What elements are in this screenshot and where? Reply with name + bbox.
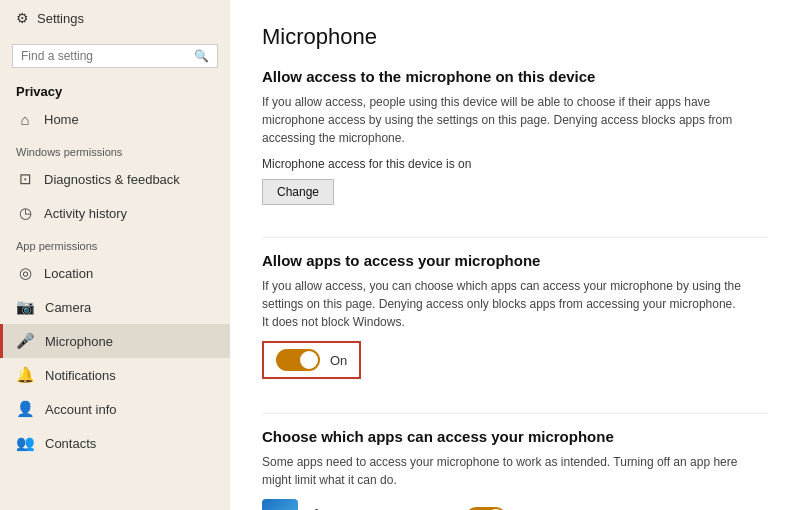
- section3-title: Choose which apps can access your microp…: [262, 428, 768, 445]
- sidebar-item-notifications[interactable]: 🔔 Notifications: [0, 358, 230, 392]
- microphone-icon: 🎤: [16, 332, 35, 350]
- app-permissions-label: App permissions: [0, 230, 230, 256]
- search-input[interactable]: [21, 49, 194, 63]
- section2-title: Allow apps to access your microphone: [262, 252, 768, 269]
- sidebar-item-camera[interactable]: 📷 Camera: [0, 290, 230, 324]
- sidebar-item-contacts-label: Contacts: [45, 436, 96, 451]
- search-icon: 🔍: [194, 49, 209, 63]
- toggle-on-label: On: [330, 353, 347, 368]
- gear-icon: ⚙: [16, 10, 29, 26]
- sidebar-item-diagnostics[interactable]: ⊡ Diagnostics & feedback: [0, 162, 230, 196]
- sidebar-item-location-label: Location: [44, 266, 93, 281]
- sidebar-item-camera-label: Camera: [45, 300, 91, 315]
- section1-title: Allow access to the microphone on this d…: [262, 68, 768, 85]
- sidebar-item-home-label: Home: [44, 112, 79, 127]
- sidebar: ⚙ Settings 🔍 Privacy ⌂ Home Windows perm…: [0, 0, 230, 510]
- divider1: [262, 237, 768, 238]
- main-content: Microphone Allow access to the microphon…: [230, 0, 800, 510]
- change-button[interactable]: Change: [262, 179, 334, 205]
- section3-description: Some apps need to access your microphone…: [262, 453, 742, 489]
- section1-description: If you allow access, people using this d…: [262, 93, 742, 147]
- location-icon: ◎: [16, 264, 34, 282]
- divider2: [262, 413, 768, 414]
- diagnostics-icon: ⊡: [16, 170, 34, 188]
- sidebar-item-contacts[interactable]: 👥 Contacts: [0, 426, 230, 460]
- sidebar-item-account-label: Account info: [45, 402, 117, 417]
- section2-description: If you allow access, you can choose whic…: [262, 277, 742, 331]
- app-access-toggle-container: On: [262, 341, 361, 379]
- search-box[interactable]: 🔍: [12, 44, 218, 68]
- activity-icon: ◷: [16, 204, 34, 222]
- account-icon: 👤: [16, 400, 35, 418]
- toggle-knob: [300, 351, 318, 369]
- sidebar-item-activity-label: Activity history: [44, 206, 127, 221]
- camera-icon: 📷: [16, 298, 35, 316]
- contacts-icon: 👥: [16, 434, 35, 452]
- sidebar-item-microphone[interactable]: 🎤 Microphone: [0, 324, 230, 358]
- sidebar-item-microphone-label: Microphone: [45, 334, 113, 349]
- page-title: Microphone: [262, 24, 768, 50]
- app-item-photos: Ảnh của Microsoft On: [262, 499, 768, 510]
- photos-app-icon: [262, 499, 298, 510]
- home-icon: ⌂: [16, 111, 34, 128]
- privacy-label: Privacy: [0, 76, 230, 103]
- app-access-toggle[interactable]: [276, 349, 320, 371]
- sidebar-item-home[interactable]: ⌂ Home: [0, 103, 230, 136]
- sidebar-item-activity[interactable]: ◷ Activity history: [0, 196, 230, 230]
- windows-permissions-label: Windows permissions: [0, 136, 230, 162]
- settings-title: ⚙ Settings: [0, 0, 230, 36]
- sidebar-item-notifications-label: Notifications: [45, 368, 116, 383]
- settings-title-label: Settings: [37, 11, 84, 26]
- sidebar-item-account[interactable]: 👤 Account info: [0, 392, 230, 426]
- sidebar-item-location[interactable]: ◎ Location: [0, 256, 230, 290]
- svg-rect-0: [268, 505, 292, 510]
- device-status-text: Microphone access for this device is on: [262, 157, 768, 171]
- sidebar-item-diagnostics-label: Diagnostics & feedback: [44, 172, 180, 187]
- notifications-icon: 🔔: [16, 366, 35, 384]
